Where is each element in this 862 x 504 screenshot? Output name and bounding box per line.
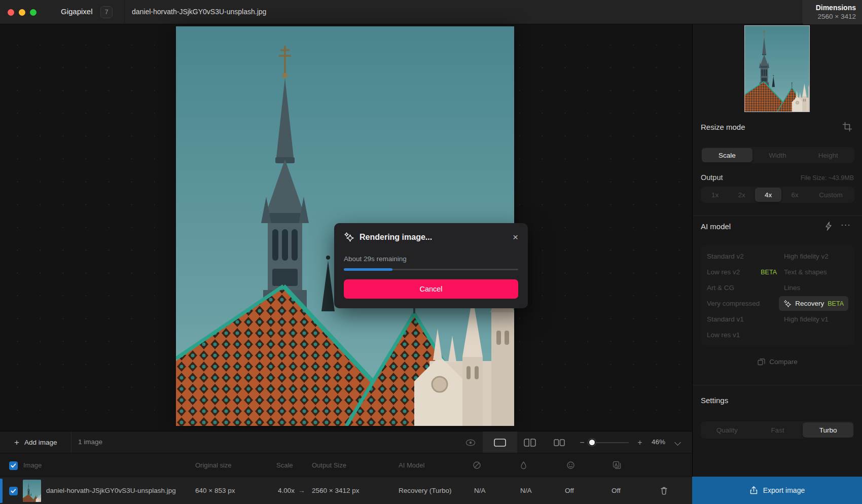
scale-1x-button[interactable]: 1x bbox=[702, 188, 728, 202]
column-ai-model[interactable]: AI Model bbox=[399, 461, 424, 469]
navigator-thumbnail[interactable] bbox=[744, 25, 810, 112]
row-face-recovery-value: Off bbox=[565, 487, 574, 494]
model-very-compressed[interactable]: Very compressed bbox=[707, 300, 779, 307]
arrow-right-icon: → bbox=[298, 487, 305, 494]
model-text-shapes[interactable]: Text & shapes bbox=[784, 268, 848, 276]
deblur-icon bbox=[519, 461, 528, 470]
progress-bar bbox=[344, 269, 518, 270]
section-divider bbox=[693, 385, 862, 385]
file-size-estimate: File Size: ~43.9MB bbox=[801, 174, 854, 182]
row-selected-accent bbox=[0, 479, 3, 503]
window-close-button[interactable] bbox=[8, 9, 14, 16]
lightning-icon[interactable] bbox=[823, 221, 834, 231]
column-original-size[interactable]: Original size bbox=[195, 461, 232, 469]
model-recovery-selected[interactable]: Recovery BETA bbox=[779, 296, 848, 311]
beta-badge: BETA bbox=[761, 269, 777, 276]
gamma-icon bbox=[613, 461, 621, 470]
compare-icon bbox=[758, 358, 765, 366]
turbo-button[interactable]: Turbo bbox=[803, 422, 853, 438]
zoom-slider[interactable] bbox=[587, 431, 629, 453]
row-gamma-value: Off bbox=[612, 487, 621, 494]
model-low-res-v2[interactable]: Low res v2BETA bbox=[707, 268, 784, 276]
fast-button[interactable]: Fast bbox=[752, 422, 803, 438]
beta-badge: BETA bbox=[828, 300, 844, 307]
export-image-button[interactable]: Export image bbox=[692, 477, 862, 504]
tab-height[interactable]: Height bbox=[803, 148, 853, 162]
split-view-button[interactable] bbox=[521, 431, 538, 453]
row-original-size: 640 × 853 px bbox=[195, 487, 235, 494]
compare-button[interactable]: Compare bbox=[693, 354, 862, 369]
zoom-out-button[interactable]: − bbox=[577, 431, 587, 453]
zoom-slider-track[interactable] bbox=[587, 442, 629, 443]
toolbar-divider bbox=[71, 431, 71, 453]
crop-icon[interactable] bbox=[842, 122, 852, 132]
tab-scale[interactable]: Scale bbox=[702, 148, 752, 162]
model-high-fidelity-v1[interactable]: High fidelity v1 bbox=[784, 315, 848, 323]
ai-model-heading: AI model bbox=[701, 222, 731, 231]
sparkle-icon bbox=[783, 300, 792, 308]
gigapixel-window: Gigapixel 7 daniel-horvath-JSjkGY0vS3U-u… bbox=[0, 0, 862, 504]
chevron-down-icon[interactable] bbox=[675, 440, 681, 446]
zoom-in-button[interactable]: + bbox=[635, 431, 645, 453]
row-filename: daniel-horvath-JSjkGY0vS3U-unsplash.jpg bbox=[46, 487, 176, 494]
side-by-side-view-button[interactable] bbox=[551, 431, 568, 453]
column-scale[interactable]: Scale bbox=[276, 461, 293, 469]
quality-button[interactable]: Quality bbox=[702, 422, 752, 438]
model-art-cg[interactable]: Art & CG bbox=[707, 284, 784, 292]
resize-mode-tabs: Scale Width Height bbox=[701, 147, 854, 163]
more-options-icon[interactable]: ··· bbox=[841, 220, 851, 230]
file-row[interactable]: daniel-horvath-JSjkGY0vS3U-unsplash.jpg … bbox=[0, 477, 692, 504]
time-remaining: About 29s remaining bbox=[344, 255, 518, 263]
tab-width[interactable]: Width bbox=[752, 148, 803, 162]
ai-model-grid: Standard v2 High fidelity v2 Low res v2B… bbox=[701, 246, 854, 345]
select-all-checkbox[interactable] bbox=[9, 461, 18, 470]
close-icon[interactable]: × bbox=[513, 232, 518, 242]
tab-divider bbox=[124, 0, 125, 24]
recovery-chip[interactable]: Recovery BETA bbox=[779, 296, 848, 311]
app-title: Gigapixel bbox=[61, 7, 93, 16]
image-count: 1 image bbox=[78, 438, 102, 446]
rendering-modal: Rendering image... × About 29s remaining… bbox=[334, 223, 528, 308]
add-image-button[interactable]: + Add image bbox=[14, 431, 57, 453]
image-canvas[interactable]: Rendering image... × About 29s remaining… bbox=[0, 24, 692, 431]
sparkle-icon bbox=[344, 232, 354, 242]
model-high-fidelity-v2[interactable]: High fidelity v2 bbox=[784, 253, 848, 260]
scale-6x-button[interactable]: 6x bbox=[781, 188, 808, 202]
single-view-button[interactable] bbox=[483, 431, 517, 453]
section-divider bbox=[693, 215, 862, 216]
dimensions-tooltip: Dimensions 2560 × 3412 bbox=[802, 0, 862, 26]
dimensions-label: Dimensions bbox=[802, 4, 856, 12]
model-lines[interactable]: Lines bbox=[784, 284, 848, 292]
scale-custom-button[interactable]: Custom bbox=[808, 188, 853, 202]
preview-toggle-button[interactable] bbox=[462, 431, 479, 453]
denoise-icon bbox=[473, 461, 481, 470]
column-image[interactable]: Image bbox=[23, 461, 42, 469]
scale-2x-button[interactable]: 2x bbox=[728, 188, 755, 202]
model-standard-v2[interactable]: Standard v2 bbox=[707, 253, 784, 260]
face-recovery-icon bbox=[566, 461, 575, 470]
settings-options: Quality Fast Turbo bbox=[701, 421, 854, 439]
add-image-label: Add image bbox=[24, 439, 57, 446]
zoom-slider-knob[interactable] bbox=[588, 439, 596, 446]
resize-mode-heading: Resize mode bbox=[701, 123, 745, 131]
tab-filename[interactable]: daniel-horvath-JSjkGY0vS3U-unsplash.jpg bbox=[132, 8, 266, 16]
row-checkbox[interactable] bbox=[9, 487, 18, 495]
modal-title: Rendering image... bbox=[360, 233, 432, 242]
column-output-size[interactable]: Output Size bbox=[312, 461, 346, 469]
export-image-label: Export image bbox=[763, 486, 805, 494]
model-low-res-v1[interactable]: Low res v1 bbox=[707, 331, 784, 339]
right-panel: Resize mode Scale Width Height Output Fi… bbox=[692, 24, 862, 477]
file-table-header: Image Original size Scale Output Size AI… bbox=[0, 453, 692, 477]
row-output-size: 2560 × 3412 px bbox=[312, 487, 359, 494]
model-standard-v1[interactable]: Standard v1 bbox=[707, 315, 784, 323]
compare-label: Compare bbox=[769, 358, 798, 366]
scale-4x-button[interactable]: 4x bbox=[755, 188, 781, 202]
zoom-percentage[interactable]: 46% bbox=[652, 438, 665, 446]
window-zoom-button[interactable] bbox=[30, 9, 37, 16]
delete-row-button[interactable] bbox=[659, 486, 669, 495]
dimensions-value: 2560 × 3412 bbox=[802, 13, 856, 20]
cancel-button[interactable]: Cancel bbox=[344, 279, 518, 299]
export-icon bbox=[749, 486, 758, 495]
window-minimize-button[interactable] bbox=[19, 9, 25, 16]
bottom-toolbar: + Add image 1 image − + 46% bbox=[0, 431, 692, 453]
